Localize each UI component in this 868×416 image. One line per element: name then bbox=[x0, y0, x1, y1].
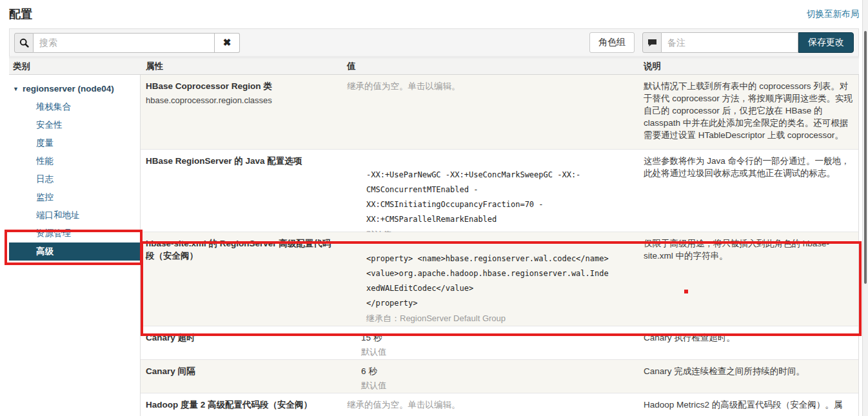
search-icon bbox=[14, 33, 34, 53]
description-cell: Canary 执行检查超时。 bbox=[638, 326, 858, 359]
search-input[interactable] bbox=[34, 33, 215, 53]
property-name: Canary 超时 bbox=[146, 332, 335, 344]
description-cell: Canary 完成连续检查之间所持续的时间。 bbox=[638, 360, 858, 393]
value-cell[interactable]: 6 秒 默认值 bbox=[342, 360, 638, 393]
role-group-button[interactable]: 角色组 bbox=[589, 32, 635, 53]
column-header-property: 属性 bbox=[141, 61, 342, 72]
table-row: Hadoop 度量 2 高级配置代码段（安全阀） 继承的值为空。单击以编辑。 H… bbox=[141, 393, 858, 416]
value-cell[interactable]: 继承的值为空。单击以编辑。 bbox=[342, 75, 638, 149]
sidebar-item-logs[interactable]: 日志 bbox=[9, 170, 140, 188]
description-cell: 这些参数将作为 Java 命令行的一部分通过。一般地，此处将通过垃圾回收标志或其… bbox=[638, 150, 858, 232]
value-code[interactable]: -XX:+UseParNewGC -XX:+UseConcMarkSweepGC… bbox=[347, 168, 633, 227]
column-header-value: 值 bbox=[342, 61, 638, 72]
value-text[interactable]: 15 秒 bbox=[347, 332, 633, 344]
sidebar-item-advanced[interactable]: 高级 bbox=[9, 243, 140, 261]
column-header-description: 说明 bbox=[638, 61, 859, 72]
chevron-down-icon: ▼ bbox=[13, 86, 19, 92]
property-cell: Canary 超时 bbox=[141, 326, 342, 359]
table-row: Canary 间隔 6 秒 默认值 Canary 完成连续检查之间所持续的时间。 bbox=[141, 360, 858, 393]
description-cell: Hadoop Metrics2 的高级配置代码段（安全阀）。属 bbox=[638, 393, 858, 416]
sidebar-item-metrics[interactable]: 度量 bbox=[9, 134, 140, 152]
description-cell: 默认情况下上载到所有表中的 coprocessors 列表。对于替代 copro… bbox=[638, 75, 858, 149]
property-code: hbase.coprocessor.region.classes bbox=[146, 95, 335, 106]
notes-group: 保存更改 bbox=[642, 32, 854, 53]
vertical-scrollbar bbox=[862, 0, 868, 416]
page-title: 配置 bbox=[9, 6, 32, 22]
clear-search-button[interactable]: ✖ bbox=[215, 33, 240, 53]
sidebar-item-stacks[interactable]: 堆栈集合 bbox=[9, 98, 140, 116]
notes-input[interactable] bbox=[662, 32, 798, 53]
description-text: Canary 完成连续检查之间所持续的时间。 bbox=[644, 365, 853, 377]
clear-icon: ✖ bbox=[223, 37, 232, 48]
value-cell[interactable]: 继承的值为空。单击以编辑。 bbox=[342, 393, 638, 416]
save-changes-button[interactable]: 保存更改 bbox=[798, 32, 854, 53]
table-row: HBase RegionServer 的 Java 配置选项 -XX:+UseP… bbox=[141, 150, 858, 232]
value-note: 默认值 bbox=[347, 378, 633, 393]
config-toolbar: ✖ 角色组 保存更改 bbox=[9, 28, 859, 57]
table-row: HBase Coprocessor Region 类 hbase.coproce… bbox=[141, 75, 858, 150]
property-cell: hbase-site.xml 的 RegionServer 高级配置代码段（安全… bbox=[141, 232, 342, 326]
description-text: 这些参数将作为 Java 命令行的一部分通过。一般地，此处将通过垃圾回收标志或其… bbox=[644, 155, 853, 179]
config-table: HBase Coprocessor Region 类 hbase.coproce… bbox=[141, 75, 859, 416]
property-cell: Canary 间隔 bbox=[141, 360, 342, 393]
property-name: HBase RegionServer 的 Java 配置选项 bbox=[146, 155, 335, 167]
sidebar-node-label: regionserver (node04) bbox=[23, 84, 114, 94]
property-cell: HBase Coprocessor Region 类 hbase.coproce… bbox=[141, 75, 342, 149]
value-cell[interactable]: <property> <name>hbase.regionserver.wal.… bbox=[342, 232, 638, 326]
column-header-category: 类别 bbox=[9, 61, 141, 72]
table-row-highlighted: hbase-site.xml 的 RegionServer 高级配置代码段（安全… bbox=[141, 232, 858, 326]
table-row: Canary 超时 15 秒 默认值 Canary 执行检查超时。 bbox=[141, 326, 858, 360]
sidebar-item-security[interactable]: 安全性 bbox=[9, 116, 140, 134]
property-cell: HBase RegionServer 的 Java 配置选项 bbox=[141, 150, 342, 232]
content-area: ▼regionserver (node04) 堆栈集合 安全性 度量 性能 日志… bbox=[9, 75, 859, 416]
page-header: 配置 切换至新布局 bbox=[9, 0, 859, 28]
property-cell: Hadoop 度量 2 高级配置代码段（安全阀） bbox=[141, 393, 342, 416]
switch-layout-link[interactable]: 切换至新布局 bbox=[807, 8, 859, 20]
empty-value-text[interactable]: 继承的值为空。单击以编辑。 bbox=[347, 80, 633, 92]
property-name: Hadoop 度量 2 高级配置代码段（安全阀） bbox=[146, 399, 335, 411]
toolbar-right: 角色组 保存更改 bbox=[589, 32, 854, 53]
table-header: 类别 属性 值 说明 bbox=[9, 57, 859, 75]
property-name: hbase-site.xml 的 RegionServer 高级配置代码段（安全… bbox=[146, 237, 335, 262]
category-sidebar: ▼regionserver (node04) 堆栈集合 安全性 度量 性能 日志… bbox=[9, 75, 141, 416]
value-note: 默认值 bbox=[347, 344, 633, 359]
sidebar-item-ports[interactable]: 端口和地址 bbox=[9, 206, 140, 224]
scrollbar-thumb[interactable] bbox=[864, 31, 867, 284]
description-text: 仅限于高级用途，将只被插入到此角色的 hbase-site.xml 中的字符串。 bbox=[644, 237, 853, 262]
value-text[interactable]: 6 秒 bbox=[347, 365, 633, 378]
sidebar-item-resource-mgmt[interactable]: 资源管理 bbox=[9, 224, 140, 243]
description-cell: 仅限于高级用途，将只被插入到此角色的 hbase-site.xml 中的字符串。 bbox=[638, 232, 858, 326]
description-text: Hadoop Metrics2 的高级配置代码段（安全阀）。属 bbox=[644, 399, 853, 411]
value-cell[interactable]: 15 秒 默认值 bbox=[342, 326, 638, 359]
configuration-page: 配置 切换至新布局 ✖ 角色组 保存更改 bbox=[0, 0, 868, 416]
property-name: Canary 间隔 bbox=[146, 365, 335, 377]
sidebar-item-performance[interactable]: 性能 bbox=[9, 152, 140, 170]
sidebar-node-regionserver[interactable]: ▼regionserver (node04) bbox=[9, 80, 140, 98]
value-code[interactable]: <property> <name>hbase.regionserver.wal.… bbox=[347, 252, 633, 311]
description-text: Canary 执行检查超时。 bbox=[644, 332, 853, 344]
value-cell[interactable]: -XX:+UseParNewGC -XX:+UseConcMarkSweepGC… bbox=[342, 150, 638, 232]
sidebar-item-monitoring[interactable]: 监控 bbox=[9, 188, 140, 206]
value-note: 继承自：RegionServer Default Group bbox=[347, 311, 633, 326]
empty-value-text[interactable]: 继承的值为空。单击以编辑。 bbox=[347, 399, 633, 411]
description-text: 默认情况下上载到所有表中的 coprocessors 列表。对于替代 copro… bbox=[644, 80, 853, 141]
property-name: HBase Coprocessor Region 类 bbox=[146, 80, 335, 92]
search-group: ✖ bbox=[14, 33, 240, 53]
comment-icon bbox=[642, 32, 662, 53]
